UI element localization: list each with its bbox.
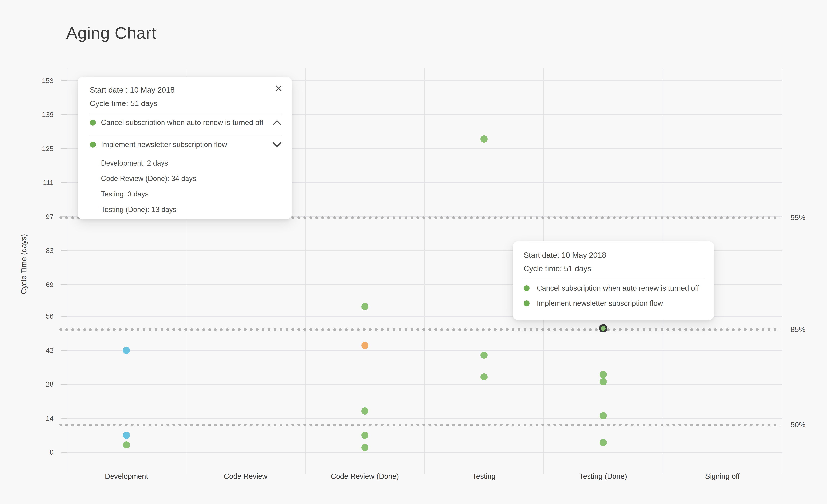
y-tick-mark: [60, 384, 67, 385]
stage-detail: Testing (Done): 13 days: [101, 205, 282, 214]
percentile-label: 50%: [791, 421, 806, 429]
percentile-label: 95%: [791, 214, 806, 222]
x-category-label: Code Review: [224, 472, 267, 481]
data-point[interactable]: [480, 373, 488, 381]
y-tick-label: 28: [20, 380, 54, 388]
y-tick-label: 97: [20, 213, 54, 221]
data-point[interactable]: [123, 441, 130, 448]
x-category-label: Development: [105, 472, 148, 481]
y-tick-mark: [60, 418, 67, 418]
tooltip-item-label: Cancel subscription when auto renew is t…: [537, 284, 704, 292]
data-point[interactable]: [480, 135, 488, 143]
chevron-up-icon[interactable]: [273, 120, 282, 125]
stage-detail: Development: 2 days: [101, 159, 282, 168]
tooltip-cycle-time: Cycle time: 51 days: [524, 264, 704, 274]
status-dot-icon: [524, 285, 530, 291]
percentile-line-50: [58, 424, 780, 426]
divider: [524, 279, 704, 279]
tooltip-item-label: Implement newsletter subscription flow: [537, 299, 704, 307]
y-tick-label: 56: [20, 312, 54, 320]
tooltip-item-cancel-subscription[interactable]: Cancel subscription when auto renew is t…: [90, 114, 282, 131]
tooltip-summary: Start date: 10 May 2018 Cycle time: 51 d…: [513, 241, 714, 320]
y-tick-mark: [60, 114, 67, 115]
y-tick-label: 14: [20, 414, 54, 422]
x-category-label: Signing off: [705, 472, 740, 481]
y-tick-label: 111: [20, 179, 54, 186]
tooltip-start-date: Start date: 10 May 2018: [524, 249, 704, 261]
y-tick-mark: [60, 452, 67, 453]
tooltip-start-date: Start date : 10 May 2018: [90, 85, 282, 96]
data-point[interactable]: [361, 303, 369, 310]
y-gridline: [67, 418, 782, 418]
status-dot-icon: [90, 142, 96, 148]
data-point[interactable]: [480, 351, 488, 359]
tooltip-item-implement-newsletter[interactable]: Implement newsletter subscription flow: [524, 298, 704, 309]
status-dot-icon: [524, 300, 530, 306]
y-tick-label: 0: [20, 448, 54, 456]
stage-detail: Testing: 3 days: [101, 189, 282, 199]
y-gridline: [67, 384, 782, 385]
tooltip-item-implement-newsletter[interactable]: Implement newsletter subscription flow: [90, 136, 282, 153]
data-point[interactable]: [361, 407, 369, 414]
y-tick-mark: [60, 80, 67, 81]
tooltip-item-label: Cancel subscription when auto renew is t…: [101, 118, 269, 127]
data-point-selected[interactable]: [599, 324, 607, 333]
percentile-label: 85%: [791, 325, 806, 334]
y-gridline: [67, 452, 782, 453]
y-tick-mark: [60, 182, 67, 183]
stage-detail: Code Review (Done): 34 days: [101, 174, 282, 183]
aging-chart-page: Aging Chart Cycle Time (days) 0142842566…: [0, 0, 827, 504]
close-icon[interactable]: ✕: [275, 84, 283, 94]
tooltip-expanded: ✕ Start date : 10 May 2018 Cycle time: 5…: [78, 76, 292, 220]
y-tick-mark: [60, 316, 67, 317]
y-tick-mark: [60, 148, 67, 149]
chevron-down-icon[interactable]: [273, 142, 282, 147]
status-dot-icon: [90, 120, 96, 125]
y-tick-label: 83: [20, 247, 54, 255]
y-tick-label: 69: [20, 281, 54, 289]
percentile-line-85: [58, 328, 780, 331]
x-category-label: Code Review (Done): [331, 472, 399, 481]
tooltip-stage-details: Development: 2 days Code Review (Done): …: [101, 159, 282, 214]
data-point[interactable]: [361, 342, 369, 349]
y-tick-label: 125: [20, 145, 54, 153]
y-tick-label: 42: [20, 346, 54, 354]
data-point[interactable]: [600, 371, 607, 378]
y-tick-label: 153: [20, 77, 54, 85]
y-tick-label: 139: [20, 111, 54, 119]
data-point[interactable]: [123, 432, 130, 439]
tooltip-cycle-time: Cycle time: 51 days: [90, 98, 282, 109]
y-tick-mark: [60, 350, 67, 350]
data-point[interactable]: [600, 412, 607, 419]
data-point[interactable]: [600, 378, 607, 385]
data-point[interactable]: [123, 347, 130, 354]
data-point[interactable]: [361, 444, 369, 451]
x-category-label: Testing: [473, 472, 496, 481]
tooltip-item-label: Implement newsletter subscription flow: [101, 141, 269, 149]
x-gridline: [305, 68, 305, 474]
y-tick-mark: [60, 284, 67, 285]
tooltip-item-cancel-subscription[interactable]: Cancel subscription when auto renew is t…: [524, 283, 704, 294]
y-tick-mark: [60, 250, 67, 251]
x-gridline: [424, 68, 425, 474]
y-gridline: [67, 350, 782, 350]
x-gridline: [67, 68, 67, 474]
data-point[interactable]: [361, 432, 369, 439]
x-category-label: Testing (Done): [579, 472, 627, 481]
x-gridline: [782, 68, 782, 474]
data-point[interactable]: [600, 439, 607, 446]
